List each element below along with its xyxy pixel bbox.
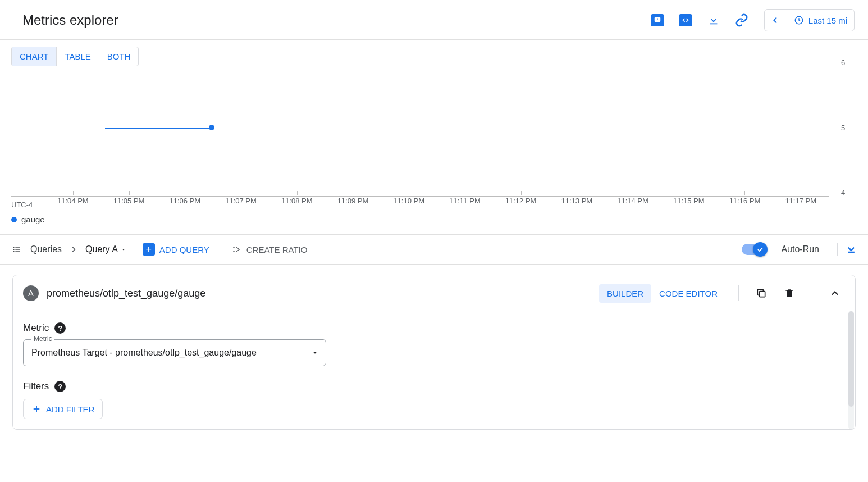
x-tick: 11:17 PM — [773, 197, 829, 212]
check-icon — [756, 245, 764, 253]
header: Metrics explorer Last 15 mi — [0, 0, 868, 40]
time-range-button[interactable]: Last 15 mi — [787, 15, 854, 25]
chevron-left-icon — [771, 16, 780, 25]
collapse-all-button[interactable] — [837, 243, 857, 256]
trash-icon — [784, 288, 795, 299]
x-tick: 11:14 PM — [605, 197, 661, 212]
time-range-label: Last 15 mi — [808, 16, 847, 25]
queries-label: Queries — [30, 244, 62, 254]
y-tick: 4 — [841, 188, 845, 197]
series-line — [105, 128, 211, 129]
plus-icon — [31, 404, 42, 414]
y-tick: 5 — [841, 124, 845, 132]
current-query-label: Query A — [85, 244, 118, 254]
x-tick: 11:11 PM — [437, 197, 493, 212]
svg-point-6 — [13, 249, 15, 250]
x-axis: 11:04 PM 11:05 PM 11:06 PM 11:07 PM 11:0… — [11, 197, 829, 212]
x-tick: 11:16 PM — [717, 197, 773, 212]
legend-swatch — [11, 217, 17, 222]
page-title: Metrics explorer — [22, 12, 118, 28]
series-dot — [209, 125, 214, 130]
svg-rect-9 — [15, 251, 20, 252]
builder-mode-button[interactable]: BUILDER — [599, 284, 651, 303]
caret-down-icon — [311, 349, 319, 357]
x-tick: 11:10 PM — [381, 197, 437, 212]
ratio-icon — [231, 245, 242, 254]
collapse-query-button[interactable] — [825, 283, 845, 303]
code-editor-mode-button[interactable]: CODE EDITOR — [651, 284, 725, 303]
duplicate-query-button[interactable] — [751, 283, 771, 303]
legend-label: gauge — [21, 215, 45, 224]
y-axis: 6 5 4 — [834, 58, 862, 197]
x-tick: 11:15 PM — [661, 197, 717, 212]
time-range-control: Last 15 mi — [764, 9, 855, 31]
scrollbar-thumb[interactable] — [848, 311, 854, 407]
list-icon — [11, 245, 22, 254]
add-filter-label: ADD FILTER — [46, 404, 94, 414]
mode-toggle: BUILDER CODE EDITOR — [599, 284, 726, 303]
toggle-knob — [753, 242, 768, 257]
link-button[interactable] — [732, 10, 752, 30]
api-button[interactable] — [675, 10, 696, 30]
copy-icon — [756, 288, 767, 299]
svg-rect-11 — [760, 292, 765, 297]
metric-section-label: Metric ? — [23, 322, 845, 334]
query-metric-path: prometheus/otlp_test_gauge/gauge — [47, 288, 205, 299]
header-actions: Last 15 mi — [647, 9, 855, 31]
x-tick: 11:09 PM — [325, 197, 381, 212]
svg-rect-5 — [15, 247, 20, 247]
y-tick: 6 — [841, 58, 845, 67]
feedback-button[interactable] — [647, 10, 668, 30]
chevron-right-icon — [70, 245, 77, 253]
svg-point-4 — [13, 247, 15, 248]
feedback-icon — [651, 14, 664, 26]
query-panel-body: Metric ? Metric Prometheus Target - prom… — [13, 311, 855, 429]
plus-icon: + — [143, 243, 155, 256]
current-query-dropdown[interactable]: Query A — [85, 244, 127, 254]
link-icon — [735, 13, 748, 27]
download-button[interactable] — [703, 10, 724, 30]
x-tick: 11:08 PM — [269, 197, 325, 212]
filters-section-label: Filters ? — [23, 381, 845, 392]
metric-select-value: Prometheus Target - prometheus/otlp_test… — [31, 348, 257, 357]
query-panel-header: A prometheus/otlp_test_gauge/gauge BUILD… — [13, 275, 855, 311]
time-prev-button[interactable] — [765, 10, 787, 31]
metric-help-button[interactable]: ? — [54, 322, 66, 334]
metric-label-text: Metric — [23, 322, 49, 334]
divider — [738, 285, 739, 301]
auto-run-toggle[interactable] — [742, 244, 766, 255]
chevron-up-icon — [829, 288, 840, 299]
chevron-down-bar-icon — [846, 244, 857, 255]
svg-point-8 — [13, 251, 15, 252]
plot[interactable] — [11, 58, 829, 197]
filters-help-button[interactable]: ? — [54, 381, 66, 392]
x-tick: 11:06 PM — [157, 197, 213, 212]
query-badge: A — [23, 285, 39, 301]
x-tick: 11:12 PM — [493, 197, 549, 212]
caret-down-icon — [120, 246, 127, 253]
code-icon — [679, 14, 692, 26]
download-icon — [707, 14, 720, 26]
auto-run-label: Auto-Run — [781, 244, 819, 254]
x-tick: 11:05 PM — [101, 197, 157, 212]
clock-icon — [794, 15, 804, 25]
svg-rect-7 — [15, 249, 20, 249]
add-query-button[interactable]: + ADD QUERY — [143, 243, 209, 256]
x-tick: 11:04 PM — [45, 197, 101, 212]
svg-point-2 — [657, 20, 657, 21]
add-query-label: ADD QUERY — [159, 245, 209, 254]
chart-area: 6 5 4 UTC-4 11:04 PM 11:05 PM 11:06 PM 1… — [11, 66, 862, 212]
x-tick: 11:13 PM — [549, 197, 605, 212]
chart-legend: gauge — [11, 215, 868, 224]
delete-query-button[interactable] — [779, 283, 800, 303]
add-filter-button[interactable]: ADD FILTER — [23, 399, 103, 419]
metric-select[interactable]: Metric Prometheus Target - prometheus/ot… — [23, 339, 326, 366]
create-ratio-button[interactable]: CREATE RATIO — [231, 245, 308, 254]
x-tick: 11:07 PM — [213, 197, 269, 212]
divider — [812, 285, 812, 301]
metric-field-label: Metric — [31, 335, 54, 343]
query-panel: A prometheus/otlp_test_gauge/gauge BUILD… — [12, 275, 856, 430]
create-ratio-label: CREATE RATIO — [246, 245, 308, 254]
queries-bar: Queries Query A + ADD QUERY CREATE RATIO… — [0, 234, 868, 265]
filters-label-text: Filters — [23, 381, 49, 392]
